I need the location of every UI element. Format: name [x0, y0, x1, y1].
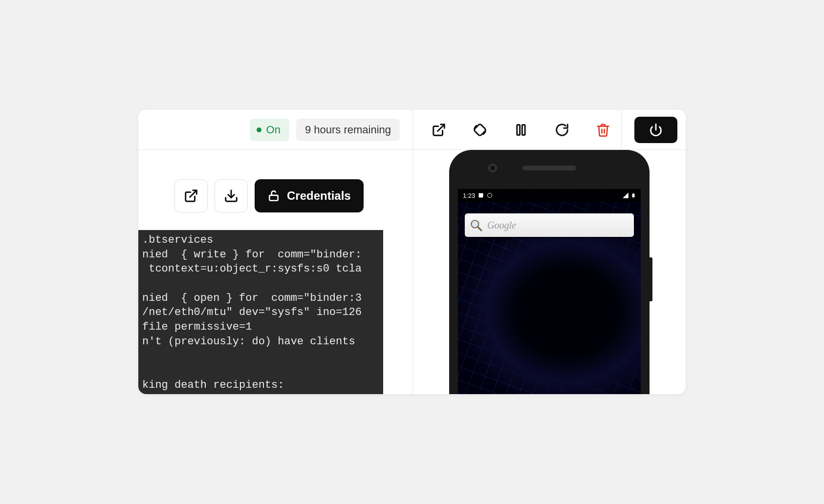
power-button[interactable] [634, 117, 677, 143]
download-icon [224, 189, 239, 203]
battery-icon [631, 192, 636, 199]
rotate-icon [472, 122, 488, 138]
signal-icon [622, 192, 629, 199]
left-panel: Credentials .btservices nied { write } f… [138, 150, 413, 394]
open-external-button[interactable] [426, 117, 452, 143]
google-search-widget[interactable]: Google [465, 213, 634, 237]
top-bar-right [413, 110, 686, 149]
notification-icon [487, 192, 493, 198]
power-icon [649, 123, 663, 137]
open-external-icon [184, 189, 198, 203]
svg-line-5 [190, 190, 197, 197]
app-card: On 9 hours remaining [138, 110, 686, 394]
notification-icon [478, 192, 484, 198]
top-bar-divider [621, 110, 622, 150]
svg-line-14 [477, 227, 481, 231]
delete-button[interactable] [590, 117, 616, 143]
phone-speaker [522, 166, 576, 170]
device-actions [426, 117, 616, 143]
status-pill: On [250, 119, 289, 141]
refresh-icon [555, 123, 569, 137]
trash-icon [596, 123, 610, 137]
clock-text: 1:23 [463, 192, 475, 199]
body: Credentials .btservices nied { write } f… [138, 150, 686, 394]
svg-rect-7 [269, 195, 278, 201]
download-button[interactable] [215, 179, 248, 212]
phone-camera [488, 164, 497, 172]
time-remaining-text: 9 hours remaining [305, 124, 391, 136]
status-dot-icon [257, 127, 261, 132]
phone-mock: 1:23 Google [449, 150, 650, 394]
search-placeholder: Google [487, 220, 516, 231]
svg-rect-1 [474, 123, 486, 136]
android-status-bar: 1:23 [458, 189, 641, 202]
left-toolbar: Credentials [138, 150, 412, 230]
svg-point-13 [472, 221, 477, 227]
svg-rect-11 [633, 193, 634, 193]
pause-button[interactable] [508, 117, 534, 143]
open-external-secondary-button[interactable] [174, 179, 208, 212]
svg-rect-8 [479, 193, 483, 198]
rotate-device-button[interactable] [467, 117, 493, 143]
svg-line-0 [438, 124, 445, 131]
credentials-button[interactable]: Credentials [255, 179, 364, 212]
status-bar-right [622, 192, 636, 199]
svg-point-9 [488, 193, 492, 198]
time-remaining-pill: 9 hours remaining [296, 119, 400, 141]
unlock-icon [267, 189, 280, 202]
phone-side-button [650, 257, 652, 301]
pause-icon [514, 123, 528, 137]
phone-screen[interactable]: 1:23 Google [458, 189, 641, 394]
top-bar: On 9 hours remaining [138, 110, 686, 150]
status-label: On [266, 124, 281, 136]
svg-rect-2 [517, 125, 520, 135]
credentials-label: Credentials [287, 189, 351, 203]
refresh-button[interactable] [549, 117, 575, 143]
terminal-output[interactable]: .btservices nied { write } for comm="bin… [138, 230, 383, 394]
top-bar-left: On 9 hours remaining [138, 110, 413, 149]
svg-rect-10 [632, 194, 635, 198]
svg-rect-3 [522, 125, 525, 135]
device-preview-panel: 1:23 Google [413, 150, 686, 394]
status-bar-left: 1:23 [463, 192, 493, 199]
open-external-icon [432, 123, 446, 137]
search-icon [470, 219, 482, 231]
